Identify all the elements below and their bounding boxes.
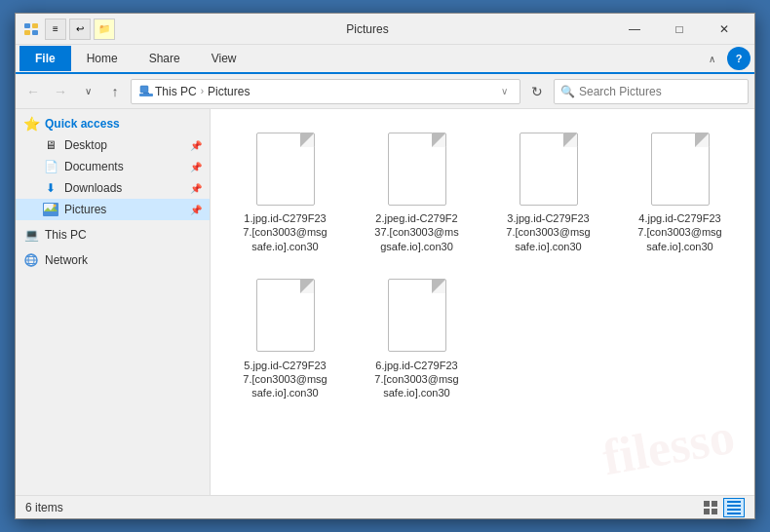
back-button[interactable]: ← [21,80,45,103]
svg-rect-18 [704,509,710,514]
undo-tab[interactable]: ↩ [69,19,91,40]
svg-rect-17 [712,501,717,507]
quick-access-tab[interactable]: ≡ [45,19,66,40]
sidebar-item-quick-access[interactable]: ⭐ Quick access [16,113,210,134]
window-title: Pictures [123,22,612,36]
details-view-button[interactable] [723,498,745,517]
sidebar-item-pictures[interactable]: Pictures 📌 [16,199,210,220]
sidebar: ⭐ Quick access 🖥 Desktop 📌 📄 Documents 📌… [16,109,211,495]
svg-rect-1 [32,23,38,28]
documents-icon: 📄 [43,159,58,174]
search-box[interactable]: 🔍 [554,79,749,104]
network-icon [23,252,39,268]
file-label-1: 1.jpg.id-C279F237.[con3003@msgsafe.io].c… [243,211,327,253]
file-icon-5 [251,277,320,355]
tab-view[interactable]: View [196,46,252,71]
file-item[interactable]: 6.jpg.id-C279F237.[con3003@msgsafe.io].c… [356,270,478,407]
redo-tab[interactable]: 📁 [94,19,115,40]
svg-rect-0 [24,23,30,28]
close-button[interactable]: ✕ [702,14,747,45]
file-label-3: 3.jpg.id-C279F237.[con3003@msgsafe.io].c… [506,211,590,253]
main-content: ⭐ Quick access 🖥 Desktop 📌 📄 Documents 📌… [16,109,754,495]
svg-rect-2 [24,30,30,35]
view-controls [700,498,745,517]
status-bar: 6 items [16,495,754,518]
files-grid: 1.jpg.id-C279F237.[con3003@msgsafe.io].c… [220,119,745,411]
path-segment-thispc: This PC [139,85,197,98]
sidebar-item-downloads[interactable]: ⬇ Downloads 📌 [16,177,210,199]
file-icon-3 [515,130,583,208]
file-page-3 [520,133,578,206]
desktop-icon: 🖥 [43,137,58,153]
up-button[interactable]: ↑ [103,80,127,103]
sidebar-item-this-pc[interactable]: 💻 This PC [16,224,210,246]
tab-file[interactable]: File [19,46,71,71]
this-pc-icon: 💻 [23,227,39,243]
sidebar-label-network: Network [45,253,88,267]
file-label-4: 4.jpg.id-C279F237.[con3003@msgsafe.io].c… [637,211,721,253]
pin-icon-desktop: 📌 [190,140,202,151]
sidebar-label-this-pc: This PC [45,228,87,242]
sidebar-item-desktop[interactable]: 🖥 Desktop 📌 [16,134,210,156]
svg-rect-3 [32,30,38,35]
svg-rect-20 [727,501,741,503]
pin-icon-documents: 📌 [190,162,202,172]
quick-access-icon: ⭐ [23,116,39,132]
minimize-button[interactable]: — [612,14,657,45]
dropdown-button[interactable]: ∨ [76,80,99,103]
file-page-6 [388,279,446,352]
maximize-button[interactable]: □ [657,14,702,45]
large-icons-view-icon [704,501,717,514]
sidebar-item-documents[interactable]: 📄 Documents 📌 [16,156,210,177]
file-icon-1 [251,130,320,208]
file-item[interactable]: 5.jpg.id-C279F237.[con3003@msgsafe.io].c… [224,270,346,407]
window-controls: — □ ✕ [612,14,747,45]
file-icon-2 [383,130,451,208]
pictures-icon [43,202,58,217]
file-page-1 [256,133,315,206]
search-icon: 🔍 [560,85,575,98]
svg-rect-16 [704,501,710,507]
file-label-2: 2.jpeg.id-C279F237.[con3003@msgsafe.io].… [374,211,458,253]
forward-button[interactable]: → [49,80,72,103]
sidebar-label-documents: Documents [64,160,124,173]
sidebar-label-downloads: Downloads [64,181,122,195]
help-button[interactable]: ? [727,47,751,70]
search-input[interactable] [579,85,742,98]
ribbon-collapse-button[interactable]: ∧ [700,47,723,70]
file-area: filesso 1.jpg.id-C279F237.[con3003@msgsa… [211,109,754,495]
watermark: filesso [598,407,739,487]
svg-rect-6 [143,93,149,95]
refresh-button[interactable]: ↻ [524,79,550,104]
sidebar-label-pictures: Pictures [64,203,106,216]
sidebar-item-network[interactable]: Network [16,249,210,271]
tab-home[interactable]: Home [71,46,134,71]
file-page-5 [256,279,315,352]
file-item[interactable]: 3.jpg.id-C279F237.[con3003@msgsafe.io].c… [487,123,609,260]
path-segment-pictures: Pictures [208,85,250,98]
file-item[interactable]: 1.jpg.id-C279F237.[con3003@msgsafe.io].c… [224,123,346,260]
this-pc-icon [139,85,153,98]
sidebar-label-desktop: Desktop [64,138,107,152]
pin-icon-downloads: 📌 [190,183,202,194]
path-dropdown-button[interactable]: ∨ [496,81,512,102]
address-path[interactable]: This PC › Pictures ∨ [131,79,520,104]
large-icons-view-button[interactable] [700,498,721,517]
svg-rect-21 [727,505,741,507]
svg-rect-22 [727,509,741,511]
sidebar-label-quick-access: Quick access [45,117,120,131]
downloads-icon: ⬇ [43,180,58,196]
svg-point-10 [54,205,57,208]
tab-share[interactable]: Share [134,46,196,71]
svg-rect-4 [140,86,148,93]
file-page-2 [388,133,446,206]
window-icon [23,21,39,37]
file-icon-6 [383,277,451,355]
file-page-4 [651,133,710,206]
address-bar: ← → ∨ ↑ This PC › Pictures ∨ ↻ 🔍 [16,74,754,109]
svg-rect-19 [712,509,717,514]
file-icon-4 [646,130,714,208]
file-item[interactable]: 2.jpeg.id-C279F237.[con3003@msgsafe.io].… [356,123,478,260]
details-view-icon [727,501,741,514]
file-item[interactable]: 4.jpg.id-C279F237.[con3003@msgsafe.io].c… [619,123,741,260]
